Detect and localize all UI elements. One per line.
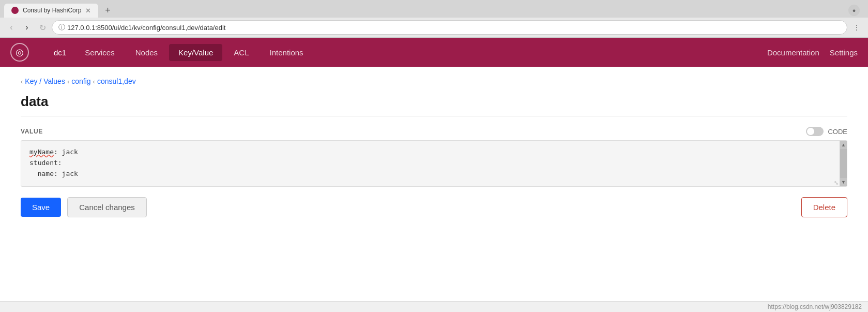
breadcrumb-sep-1: ‹ <box>67 78 69 85</box>
nav-services[interactable]: Services <box>75 44 124 61</box>
tab-title: Consul by HashiCorp <box>23 7 81 14</box>
code-toggle-switch[interactable] <box>806 127 824 136</box>
browser-chrome: Consul by HashiCorp ✕ + ● ‹ › ↻ ⓘ 127.0.… <box>0 0 868 38</box>
address-bar-row: ‹ › ↻ ⓘ 127.0.0.1:8500/ui/dc1/kv/config/… <box>0 18 868 37</box>
nav-right: Documentation Settings <box>767 48 858 57</box>
active-tab[interactable]: Consul by HashiCorp ✕ <box>4 4 98 18</box>
nav-keyvalue[interactable]: Key/Value <box>169 44 222 61</box>
code-toggle[interactable]: CODE <box>806 127 847 136</box>
profile-icon: ● <box>848 5 860 16</box>
breadcrumb-config[interactable]: config <box>71 77 90 85</box>
url-text: 127.0.0.1:8500/ui/dc1/kv/config/consul1,… <box>67 24 225 32</box>
scrollbar-thumb[interactable] <box>840 149 847 178</box>
breadcrumb-sep-0: ‹ <box>21 78 23 85</box>
value-label: VALUE <box>21 128 43 135</box>
save-button[interactable]: Save <box>21 198 61 217</box>
value-section: VALUE CODE myName: jack student: name: j… <box>21 127 847 187</box>
button-row: Save Cancel changes Delete <box>21 197 847 217</box>
back-button[interactable]: ‹ <box>5 21 18 34</box>
address-bar[interactable]: ⓘ 127.0.0.1:8500/ui/dc1/kv/config/consul… <box>52 20 847 35</box>
value-header: VALUE CODE <box>21 127 847 136</box>
breadcrumb-consul1dev[interactable]: consul1,dev <box>97 77 136 85</box>
tab-close-button[interactable]: ✕ <box>85 7 91 14</box>
extensions-icon: ⋮ <box>850 21 863 34</box>
cancel-button[interactable]: Cancel changes <box>67 197 147 217</box>
delete-button[interactable]: Delete <box>801 197 847 217</box>
editor-line1-myname: myName <box>29 148 54 156</box>
editor-content[interactable]: myName: jack student: name: jack <box>21 141 847 185</box>
page-title: data <box>21 94 847 116</box>
forward-button[interactable]: › <box>21 21 33 34</box>
new-tab-button[interactable]: + <box>100 3 115 18</box>
editor-area[interactable]: myName: jack student: name: jack ▲ ▼ ⤡ <box>21 140 847 187</box>
scrollbar-down-button[interactable]: ▼ <box>840 178 847 186</box>
reload-button[interactable]: ↻ <box>36 21 49 34</box>
nav-documentation[interactable]: Documentation <box>767 48 819 57</box>
resize-handle[interactable]: ⤡ <box>832 179 840 186</box>
app-logo: ◎ <box>10 43 29 62</box>
nav-dc1[interactable]: dc1 <box>44 44 75 61</box>
app-nav: ◎ dc1 Services Nodes Key/Value ACL Inten… <box>0 38 868 67</box>
nav-acl[interactable]: ACL <box>224 44 258 61</box>
nav-intentions[interactable]: Intentions <box>261 44 313 61</box>
consul-logo-icon: ◎ <box>10 43 29 62</box>
nav-links: Services Nodes Key/Value ACL Intentions <box>75 44 767 61</box>
security-icon: ⓘ <box>58 23 65 32</box>
main-content: ‹ Key / Values ‹ config ‹ consul1,dev da… <box>0 67 868 228</box>
nav-settings[interactable]: Settings <box>830 48 858 57</box>
scrollbar-up-button[interactable]: ▲ <box>840 141 847 149</box>
favicon-icon <box>11 7 19 14</box>
tab-bar: Consul by HashiCorp ✕ + ● <box>0 0 868 18</box>
breadcrumb: ‹ Key / Values ‹ config ‹ consul1,dev <box>21 77 847 85</box>
code-toggle-label: CODE <box>828 128 847 136</box>
breadcrumb-sep-2: ‹ <box>93 78 95 85</box>
breadcrumb-keyvalues[interactable]: Key / Values <box>25 77 65 85</box>
editor-scrollbar[interactable]: ▲ ▼ <box>840 141 847 186</box>
nav-nodes[interactable]: Nodes <box>126 44 167 61</box>
